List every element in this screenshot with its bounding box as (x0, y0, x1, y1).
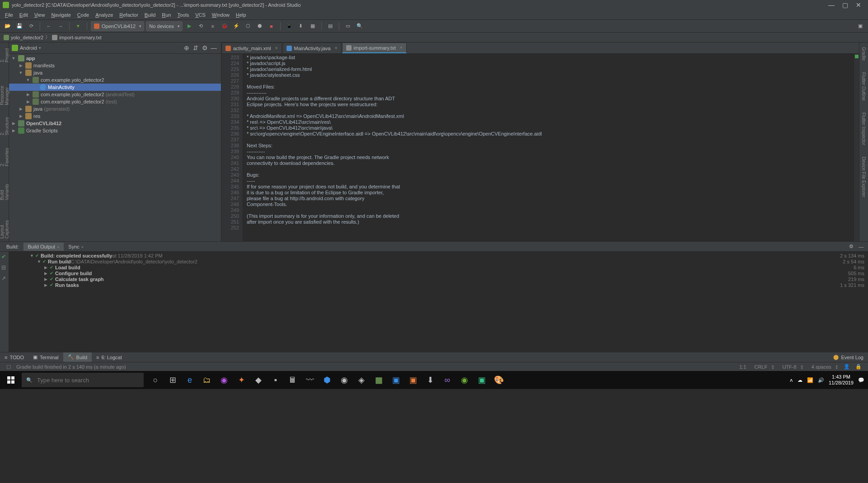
task-vs-icon[interactable]: ∞ (439, 372, 455, 388)
attach-icon[interactable]: ⬢ (255, 21, 265, 31)
task-explorer-icon[interactable]: 🗂 (199, 372, 215, 388)
left-tab-2-structure[interactable]: 2: Structure (0, 114, 10, 138)
breadcrumb-file[interactable]: import-summary.txt (59, 35, 101, 40)
build-hide-icon[interactable]: — (856, 242, 866, 252)
filter-success-icon[interactable]: ✔ (1, 253, 8, 260)
task-xampp-icon[interactable]: ▣ (405, 372, 421, 388)
task-app1-icon[interactable]: ◆ (250, 372, 267, 388)
apply-changes-icon[interactable]: ⟲ (196, 21, 206, 31)
tray-clock[interactable]: 1:43 PM 11/28/2019 (829, 374, 854, 386)
code-area[interactable]: * javadoc\package-list * javadoc\script.… (243, 54, 854, 241)
task-app3-icon[interactable]: ⬢ (319, 372, 335, 388)
menu-navigate[interactable]: Navigate (48, 12, 74, 18)
minimize-button[interactable]: — (825, 1, 838, 9)
menu-refactor[interactable]: Refactor (116, 12, 141, 18)
task-app4-icon[interactable]: ▦ (371, 372, 387, 388)
ide-errors-icon[interactable]: ▣ (855, 21, 865, 31)
tray-wifi-icon[interactable]: 📶 (807, 377, 813, 383)
sdk-icon[interactable]: ⬇ (296, 21, 306, 31)
build-tab-sync[interactable]: Sync× (64, 243, 88, 251)
make-icon[interactable]: ▾ (73, 21, 83, 31)
menu-build[interactable]: Build (141, 12, 159, 18)
build-settings-icon[interactable]: ⚙ (846, 242, 856, 252)
tab-logcat[interactable]: ≡6: Logcat (92, 352, 127, 362)
collapse-icon[interactable]: ⇵ (191, 43, 200, 52)
task-androidstudio-icon[interactable]: ◉ (456, 372, 473, 388)
left-tab-1-project[interactable]: 1: Project (0, 44, 10, 65)
search-input[interactable] (37, 377, 139, 384)
tab-build[interactable]: 🔨Build (63, 352, 92, 362)
menu-vcs[interactable]: VCS (192, 12, 209, 18)
tab-event-log[interactable]: ⬤Event Log (829, 352, 868, 362)
save-icon[interactable]: 💾 (14, 21, 24, 31)
status-window-icon[interactable]: ▢ (4, 364, 14, 370)
build-row[interactable]: ▼✔Build: completed successfully at 11/28… (12, 253, 865, 258)
menu-analyze[interactable]: Analyze (92, 12, 116, 18)
build-tree[interactable]: ▼✔Build: completed successfully at 11/28… (9, 252, 868, 352)
task-blender-icon[interactable]: ✦ (233, 372, 249, 388)
project-tree[interactable]: ▼app ▶manifests ▼java ▼com.example.yolo_… (9, 54, 221, 241)
coverage-icon[interactable]: ⬡ (243, 21, 253, 31)
tab-todo[interactable]: ≡TODO (0, 352, 28, 362)
right-tab-gradle[interactable]: Gradle (861, 44, 867, 63)
run-icon[interactable]: ▶ (184, 21, 194, 31)
avd-icon[interactable]: 📱 (284, 21, 294, 31)
task-firefox-icon[interactable]: ◉ (216, 372, 232, 388)
editor-tab-activity-main-xml[interactable]: activity_main.xml× (221, 42, 282, 53)
locate-icon[interactable]: ⊕ (182, 43, 191, 52)
hide-panel-icon[interactable]: — (209, 43, 218, 52)
build-row[interactable]: ▶✔Load build6 ms (12, 264, 865, 270)
task-paint-icon[interactable]: 🎨 (491, 372, 507, 388)
menu-code[interactable]: Code (74, 12, 92, 18)
task-edge-icon[interactable]: e (182, 372, 198, 388)
menu-run[interactable]: Run (159, 12, 174, 18)
layout-inspector-icon[interactable]: ▭ (343, 21, 353, 31)
build-row[interactable]: ▼✔Run build C:\DATA\Developer\Android\yo… (12, 258, 865, 264)
status-pos[interactable]: 1:1 (737, 364, 749, 370)
task-app6-icon[interactable]: ⬇ (422, 372, 438, 388)
back-icon[interactable]: ← (44, 21, 54, 31)
status-inspection-icon[interactable]: 👤 (841, 364, 853, 370)
breadcrumb-project[interactable]: yolo_detector2 (11, 35, 43, 40)
profile-icon[interactable]: ⚡ (231, 21, 241, 31)
task-cmd-icon[interactable]: ▪ (267, 372, 284, 388)
debug-icon[interactable]: 🐞 (220, 21, 230, 31)
tray-cloud-icon[interactable]: ☁ (798, 377, 802, 383)
start-button[interactable] (0, 371, 22, 389)
apply-code-icon[interactable]: ≡ (208, 21, 218, 31)
taskbar-search[interactable]: 🔍 (22, 373, 144, 387)
open-icon[interactable]: 📂 (3, 21, 13, 31)
build-row[interactable]: ▶✔Configure build505 ms (12, 270, 865, 276)
structure-icon[interactable]: ▤ (325, 21, 335, 31)
maximize-button[interactable]: ▢ (838, 1, 852, 9)
right-tab-flutter-inspector[interactable]: Flutter Inspector (861, 110, 867, 148)
status-eol[interactable]: CRLF ‡ (749, 364, 777, 370)
build-tab-build[interactable]: Build: (2, 243, 23, 251)
device-selector[interactable]: No devices (146, 21, 182, 31)
collapse-all-icon[interactable]: ↗ (1, 275, 8, 281)
tab-terminal[interactable]: ▣Terminal (28, 352, 63, 362)
status-encoding[interactable]: UTF-8 ‡ (777, 364, 806, 370)
search-icon[interactable]: 🔍 (355, 21, 365, 31)
status-indent[interactable]: 4 spaces ‡ (806, 364, 841, 370)
left-tab-resource-manager[interactable]: Resource Manager (0, 71, 10, 108)
task-taskview-icon[interactable]: ⊞ (164, 372, 181, 388)
task-pycharm-icon[interactable]: ▣ (474, 372, 490, 388)
project-view-selector[interactable]: Android ▾ (12, 45, 41, 51)
task-app5-icon[interactable]: ▣ (388, 372, 404, 388)
menu-window[interactable]: Window (209, 12, 233, 18)
task-calc-icon[interactable]: 🖩 (285, 372, 301, 388)
tray-chevron-icon[interactable]: ʌ (790, 377, 793, 383)
run-config-selector[interactable]: OpenCVLib412 (91, 21, 144, 31)
task-chrome-icon[interactable]: ◉ (336, 372, 352, 388)
expand-all-icon[interactable]: ⊟ (1, 264, 8, 271)
close-button[interactable]: ✕ (852, 1, 865, 9)
right-tab-flutter-outline[interactable]: Flutter Outline (861, 70, 867, 103)
build-row[interactable]: ▶✔Calculate task graph219 ms (12, 276, 865, 282)
tray-notifications-icon[interactable]: 💬 (858, 377, 864, 383)
build-tab-output[interactable]: Build Output× (23, 243, 64, 251)
menu-edit[interactable]: Edit (16, 12, 31, 18)
build-row[interactable]: ▶✔Run tasks1 s 321 ms (12, 282, 865, 288)
status-lock-icon[interactable]: 🔒 (853, 364, 864, 370)
stop-icon[interactable]: ■ (267, 21, 277, 31)
